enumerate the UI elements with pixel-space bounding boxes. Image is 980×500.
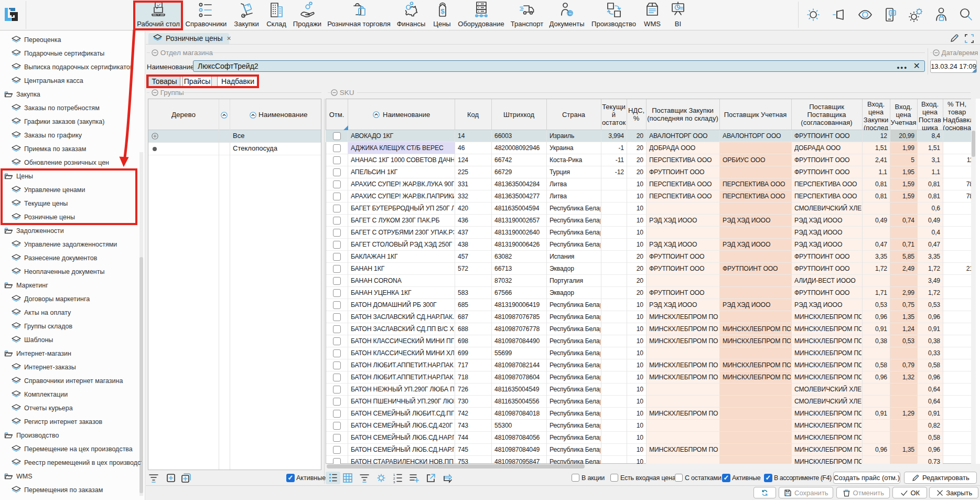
svg-text:$: $ <box>441 7 445 15</box>
svg-text:1: 1 <box>393 473 395 476</box>
svg-text:3: 3 <box>393 481 395 484</box>
svg-text:2: 2 <box>393 477 395 480</box>
